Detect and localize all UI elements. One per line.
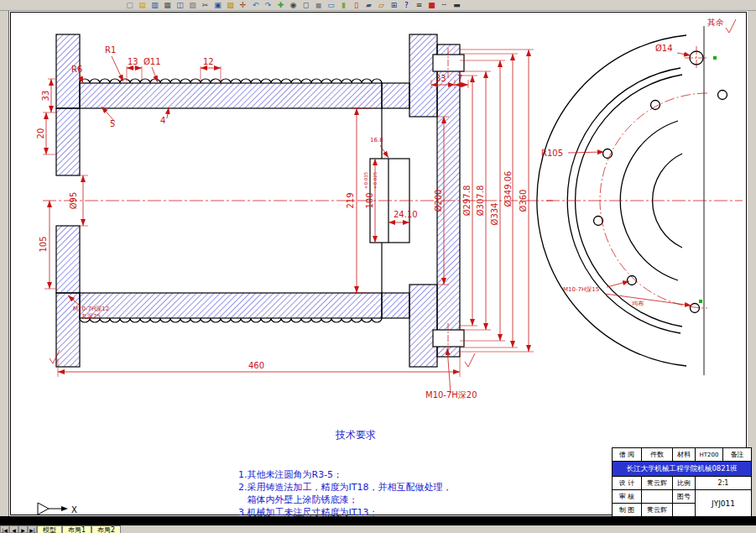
dim-100-tol-lower: +0.025 [373, 171, 378, 189]
pan-icon[interactable]: ✚ [275, 1, 286, 10]
undo-icon[interactable]: ↶ [250, 1, 261, 10]
save-icon[interactable]: ▥ [149, 1, 160, 10]
zoom-previous-icon[interactable]: ◼ [313, 1, 324, 10]
match-properties-icon[interactable]: ✛ [237, 1, 248, 10]
callout-m10-15: M10-7H深15 [563, 286, 599, 293]
dim-33-top: 33 [435, 74, 446, 83]
designcenter-icon[interactable]: ▮ [338, 1, 349, 10]
paste-icon[interactable]: ▨ [225, 1, 236, 10]
dim-d14: Ø14 [655, 44, 673, 53]
new-icon[interactable]: ▢ [124, 1, 135, 10]
dim-460: 460 [248, 361, 264, 370]
title-block-material: HT200 [696, 448, 723, 462]
tab-layout1[interactable]: 布局1 [62, 525, 91, 533]
dim-105: 105 [39, 236, 48, 252]
tab-scroll-next-button[interactable]: ▶ [18, 525, 28, 533]
dim-r6: R6 [71, 65, 82, 74]
title-block: 借 阅 件数 材料 HT200 备注 长江大学机械工程学院机械0821班 设 计… [612, 447, 752, 517]
dim-d334: Ø334 [490, 203, 499, 226]
surface-note: 其余 [707, 18, 724, 27]
dim-33-left: 33 [41, 91, 50, 102]
quickcalc-icon[interactable]: ⊞ [388, 1, 399, 10]
title-block-school: 长江大学机械工程学院机械0821班 [613, 462, 752, 477]
title-block-borrow: 借 阅 [613, 448, 642, 462]
dim-100: 100 [365, 192, 374, 208]
tech-requirement-line: 箱体内外壁上涂防锈底漆； [238, 494, 490, 506]
tab-scroll-last-button[interactable]: ▶| [28, 525, 37, 533]
tool-palettes-icon[interactable]: ▯ [351, 1, 362, 10]
plot-icon[interactable]: ▦ [162, 1, 173, 10]
dim-219: 219 [346, 192, 355, 208]
color-control-icon[interactable]: ■ [426, 1, 437, 10]
cut-icon[interactable]: ✂ [200, 1, 211, 10]
dim-d360: Ø360 [519, 190, 528, 212]
title-block-drafter: 黄云辉 [642, 504, 673, 517]
title-block-remark-label: 备注 [723, 448, 752, 462]
toolbar-icons: ▢▤▥▦◫▧✂▣▨✛↶↷✚◉◻◼▭▮▯▰▱⊞?≡■╌▬ [124, 1, 462, 10]
title-block-scale: 2:1 [696, 477, 752, 490]
cad-window: { "window": { "toolbar_icons": [ {"name"… [0, 0, 756, 533]
dim-12: 12 [203, 57, 214, 66]
callout-m10-20: M10-7H深20 [425, 390, 477, 400]
redo-icon[interactable]: ↷ [263, 1, 274, 10]
properties-icon[interactable]: ▭ [326, 1, 336, 10]
sheet-set-manager-icon[interactable]: ▰ [363, 1, 374, 10]
title-block-design-label: 设 计 [613, 477, 642, 490]
title-block-qty-label: 件数 [642, 448, 673, 462]
dim-13: 13 [128, 57, 138, 66]
dim-168: 16.8 [370, 137, 383, 144]
publish-icon[interactable]: ▧ [187, 1, 198, 10]
toolbar: ▢▤▥▦◫▧✂▣▨✛↶↷✚◉◻◼▭▮▯▰▱⊞?≡■╌▬ [0, 0, 756, 11]
tech-requirements: 技术要求 1.其他未注圆角为R3-5；2.采用铸造法加工，精度为IT18，并相互… [238, 404, 490, 533]
callout-m10-12b: 孔深25 [81, 313, 101, 320]
title-block-scale-label: 比例 [673, 477, 696, 490]
dim-d297: Ø297.8 [462, 186, 472, 217]
tab-layout2[interactable]: 布局2 [91, 525, 121, 533]
lineweight-control-icon[interactable]: ▬ [451, 1, 462, 10]
zoom-window-icon[interactable]: ◻ [300, 1, 311, 10]
dim-r105: R105 [541, 149, 563, 158]
plot-preview-icon[interactable]: ◫ [175, 1, 185, 10]
dim-2410: 24.10 [394, 210, 418, 219]
dim-4: 4 [160, 116, 165, 125]
copy-icon[interactable]: ▣ [212, 1, 223, 10]
open-icon[interactable]: ▤ [137, 1, 148, 10]
ucs-x-label: X [71, 505, 77, 515]
layers-icon[interactable]: ≡ [414, 1, 425, 10]
title-block-material-label: 材料 [673, 448, 696, 462]
help-icon[interactable]: ? [401, 1, 412, 10]
title-block-draft-label: 制 图 [613, 504, 642, 517]
title-block-check-label: 审 核 [613, 490, 642, 504]
title-block-empty-cell [673, 504, 696, 517]
tab-model[interactable]: 模型 [37, 525, 62, 533]
markup-set-manager-icon[interactable]: ▱ [376, 1, 387, 10]
title-block-designer: 黄云辉 [642, 477, 673, 490]
tech-requirement-line: 2.采用铸造法加工，精度为IT18，并相互配做处理， [238, 481, 490, 494]
linetype-control-icon[interactable]: ╌ [439, 1, 450, 10]
dim-d307: Ø307.8 [476, 186, 485, 217]
command-window[interactable] [0, 516, 756, 525]
dim-5: 5 [110, 119, 115, 128]
dim-d200: Ø200 [434, 190, 443, 212]
dim-d349: Ø349.06 [503, 171, 513, 207]
layout-tab-bar: |◀ ◀ ▶ ▶| 模型 布局1 布局2 [0, 525, 756, 533]
callout-m10-12: M10-7H深12 [73, 306, 109, 312]
dim-r1: R1 [105, 45, 116, 55]
dim-20: 20 [36, 128, 45, 139]
title-block-drawing-no: JYJ011 [696, 490, 752, 517]
callout-m10-15b: 均布 [631, 300, 644, 307]
tab-scroll-first-button[interactable]: |◀ [0, 525, 9, 533]
dim-d95: Ø95 [69, 192, 78, 210]
zoom-realtime-icon[interactable]: ◉ [288, 1, 299, 10]
dim-7: 7 [457, 74, 462, 83]
dim-d11: Ø11 [143, 57, 161, 66]
tech-requirement-line: 1.其他未注圆角为R3-5； [238, 468, 490, 481]
title-block-drawing-no-label: 图号 [673, 490, 696, 504]
title-block-check-value [642, 490, 673, 504]
dim-100-tol-upper: +0.035 [363, 171, 368, 189]
tab-scroll-prev-button[interactable]: ◀ [9, 525, 18, 533]
ucs-icon: X [38, 503, 77, 515]
drawing-canvas[interactable]: R1 R6 13 Ø11 12 5 4 33 7 33 20 Ø95 105 2… [8, 11, 748, 517]
tech-requirements-title: 技术要求 [263, 429, 448, 442]
